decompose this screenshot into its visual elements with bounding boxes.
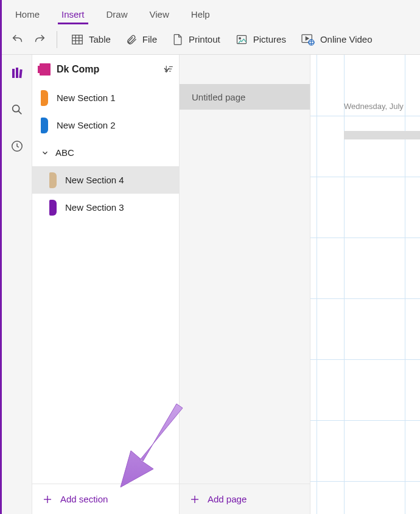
gridline [317, 55, 317, 514]
navigation-button[interactable] [6, 62, 28, 84]
section-item[interactable]: New Section 4 [32, 166, 179, 194]
search-icon [10, 103, 24, 116]
tab-view[interactable]: View [139, 3, 180, 24]
svg-point-6 [239, 37, 241, 39]
svg-line-15 [18, 111, 21, 114]
gridline [310, 359, 420, 360]
svg-rect-0 [72, 35, 83, 44]
redo-button[interactable] [30, 30, 49, 49]
section-item[interactable]: New Section 2 [32, 111, 179, 139]
notebook-title: Dk Comp [57, 64, 156, 75]
tab-home[interactable]: Home [4, 3, 51, 24]
tab-help[interactable]: Help [180, 3, 221, 24]
gridline [310, 238, 420, 238]
gridline [310, 116, 420, 116]
online-video-label: Online Video [320, 34, 373, 44]
gridline [310, 481, 420, 482]
page-date: Wednesday, July [344, 102, 404, 111]
gridline [310, 420, 420, 421]
chevron-down-icon [41, 149, 49, 157]
svg-rect-13 [19, 69, 22, 78]
svg-rect-11 [12, 69, 15, 78]
printout-button[interactable]: Printout [166, 29, 226, 50]
section-label: New Section 1 [57, 93, 116, 103]
picture-icon [235, 33, 248, 46]
undo-button[interactable] [8, 30, 27, 49]
add-section-button[interactable]: Add section [32, 484, 179, 514]
pages-header-spacer [180, 55, 310, 84]
section-color-tab [49, 172, 57, 188]
svg-rect-12 [16, 68, 18, 78]
pages-panel: Untitled page Add page [180, 55, 310, 514]
ribbon: Table File Printout Pic [2, 24, 420, 55]
section-color-tab [49, 200, 57, 216]
gridline [310, 177, 420, 177]
add-page-label: Add page [208, 494, 247, 504]
main-area: Dk Comp New Section 1 New Section [2, 55, 420, 514]
document-icon [172, 33, 184, 46]
books-icon [10, 66, 24, 80]
gridline [405, 55, 405, 514]
clock-icon [10, 139, 24, 153]
app-root: Home Insert Draw View Help Table [0, 0, 420, 514]
section-group-label: ABC [55, 147, 74, 158]
table-label: Table [89, 34, 111, 44]
plus-icon [42, 494, 53, 505]
file-button[interactable]: File [119, 29, 163, 50]
section-item[interactable]: New Section 1 [32, 84, 179, 111]
tab-draw[interactable]: Draw [96, 3, 139, 24]
online-video-button[interactable]: Online Video [295, 30, 379, 49]
tab-insert[interactable]: Insert [51, 3, 96, 24]
ribbon-separator [57, 31, 57, 48]
section-color-tab [41, 90, 48, 106]
section-item[interactable]: New Section 3 [32, 194, 179, 221]
file-label: File [142, 34, 157, 44]
pictures-label: Pictures [253, 34, 286, 44]
section-label: New Section 4 [65, 175, 124, 185]
content-highlight [344, 131, 420, 139]
gridline [344, 55, 345, 514]
plus-icon [189, 494, 200, 505]
add-section-label: Add section [60, 494, 108, 504]
pictures-button[interactable]: Pictures [229, 30, 292, 49]
page-item[interactable]: Untitled page [180, 84, 310, 110]
left-rail [2, 55, 32, 514]
gridline [310, 298, 420, 299]
notebook-selector[interactable]: Dk Comp [32, 55, 179, 84]
menu-tabs: Home Insert Draw View Help [2, 0, 420, 24]
printout-label: Printout [189, 34, 220, 44]
online-video-icon [301, 33, 315, 46]
notebook-icon [40, 63, 51, 76]
recent-button[interactable] [6, 135, 28, 157]
section-group[interactable]: ABC [32, 139, 179, 166]
section-label: New Section 3 [65, 202, 124, 213]
table-icon [71, 33, 84, 46]
section-list: New Section 1 New Section 2 ABC New Sect… [32, 84, 179, 484]
search-button[interactable] [6, 99, 28, 121]
page-label: Untitled page [192, 92, 245, 102]
attachment-icon [125, 33, 138, 46]
sort-button[interactable] [163, 64, 174, 75]
svg-point-14 [12, 105, 19, 112]
sections-panel: Dk Comp New Section 1 New Section [32, 55, 180, 514]
note-canvas[interactable]: Wednesday, July [310, 55, 420, 514]
table-button[interactable]: Table [65, 29, 117, 50]
svg-rect-5 [237, 35, 246, 43]
add-page-button[interactable]: Add page [180, 484, 310, 514]
section-color-tab [41, 118, 48, 133]
section-label: New Section 2 [57, 120, 116, 130]
